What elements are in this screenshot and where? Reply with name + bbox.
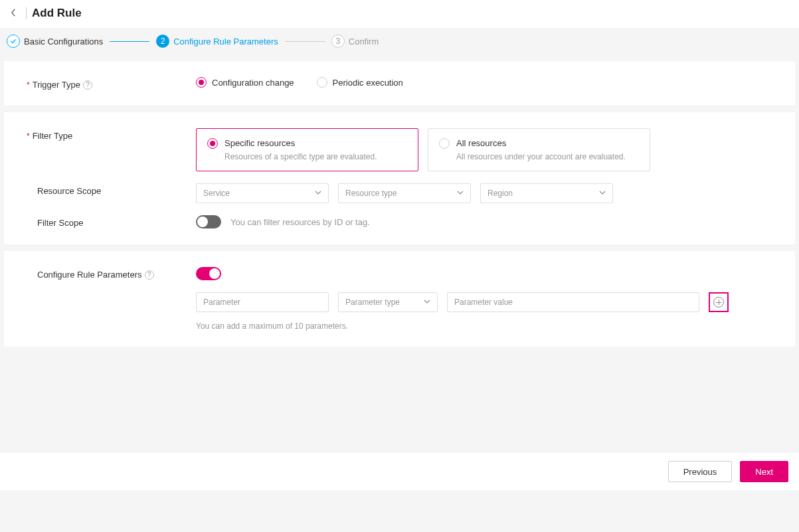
select-placeholder: Region (488, 189, 513, 198)
select-parameter-type[interactable]: Parameter type (338, 292, 438, 312)
help-icon[interactable]: ? (145, 270, 154, 280)
card-title: Specific resources (224, 138, 377, 148)
chevron-down-icon (424, 298, 430, 307)
step-configure-params[interactable]: 2 Configure Rule Parameters (156, 35, 278, 48)
card-title: All resources (456, 138, 626, 148)
help-icon[interactable]: ? (83, 80, 92, 90)
select-service[interactable]: Service (196, 183, 329, 203)
card-desc: All resources under your account are eva… (456, 152, 626, 161)
label-text: Trigger Type (33, 80, 80, 90)
chevron-left-icon (11, 8, 17, 17)
panel-trigger-type: * Trigger Type ? Configuration change Pe… (4, 61, 795, 106)
wizard-stepper: Basic Configurations 2 Configure Rule Pa… (0, 28, 799, 61)
select-placeholder: Service (203, 189, 230, 198)
spacer (27, 292, 196, 295)
card-all-resources[interactable]: All resources All resources under your a… (428, 128, 650, 171)
radio-icon (207, 138, 218, 149)
plus-circle-icon (713, 297, 724, 308)
step-number-icon: 3 (331, 35, 345, 48)
card-specific-resources[interactable]: Specific resources Resources of a specif… (196, 128, 418, 171)
input-parameter-name[interactable] (196, 292, 329, 312)
chevron-down-icon (315, 189, 321, 198)
label-resource-scope: Resource Scope (27, 183, 196, 196)
label-text: Filter Type (33, 131, 72, 141)
step-connector (110, 41, 149, 42)
back-button[interactable] (7, 8, 21, 19)
previous-button[interactable]: Previous (668, 461, 733, 482)
toggle-knob (197, 217, 208, 227)
panel-filter: * Filter Type Specific resources Resourc… (4, 112, 795, 244)
label-text: Resource Scope (37, 186, 101, 196)
button-label: Next (755, 467, 773, 477)
radio-icon (439, 138, 450, 149)
panel-rule-parameters: Configure Rule Parameters ? Parameter ty… (4, 251, 795, 347)
chevron-down-icon (599, 189, 606, 198)
required-star-icon: * (27, 80, 30, 90)
radio-icon (196, 77, 207, 88)
label-filter-scope: Filter Scope (27, 215, 196, 228)
select-region[interactable]: Region (480, 183, 613, 203)
toggle-knob (209, 268, 220, 279)
params-note: You can add a maximum of 10 parameters. (196, 321, 772, 331)
label-filter-type: * Filter Type (27, 128, 196, 141)
filter-scope-hint: You can filter resources by ID or tag. (230, 217, 370, 227)
select-resource-type[interactable]: Resource type (338, 183, 471, 203)
add-parameter-button[interactable] (709, 292, 729, 312)
radio-config-change[interactable]: Configuration change (196, 77, 294, 88)
chevron-down-icon (457, 189, 464, 198)
radio-label: Periodic execution (333, 78, 403, 88)
page-title: Add Rule (32, 7, 82, 20)
label-configure-rule-params: Configure Rule Parameters ? (27, 267, 196, 280)
next-button[interactable]: Next (740, 461, 788, 482)
radio-icon (317, 77, 327, 88)
step-number-icon: 2 (156, 35, 169, 48)
step-label: Configure Rule Parameters (173, 37, 278, 46)
toggle-rule-parameters[interactable] (196, 267, 221, 280)
label-trigger-type: * Trigger Type ? (27, 77, 196, 90)
step-label: Basic Configurations (24, 37, 103, 46)
step-basic-config[interactable]: Basic Configurations (7, 35, 103, 48)
check-icon (7, 35, 20, 48)
select-placeholder: Parameter type (345, 298, 400, 307)
select-placeholder: Resource type (345, 189, 397, 198)
card-desc: Resources of a specific type are evaluat… (224, 152, 377, 161)
button-label: Previous (683, 467, 717, 477)
required-star-icon: * (27, 132, 30, 141)
label-text: Filter Scope (37, 218, 83, 228)
toggle-filter-scope[interactable] (196, 215, 221, 228)
step-confirm[interactable]: 3 Confirm (331, 35, 379, 48)
header-divider (26, 7, 27, 19)
radio-periodic-execution[interactable]: Periodic execution (317, 77, 403, 88)
radio-label: Configuration change (212, 78, 294, 88)
input-parameter-value[interactable] (447, 292, 699, 312)
label-text: Configure Rule Parameters (37, 270, 142, 280)
step-label: Confirm (349, 37, 379, 46)
step-connector (285, 41, 325, 42)
wizard-footer: Previous Next (0, 453, 799, 490)
